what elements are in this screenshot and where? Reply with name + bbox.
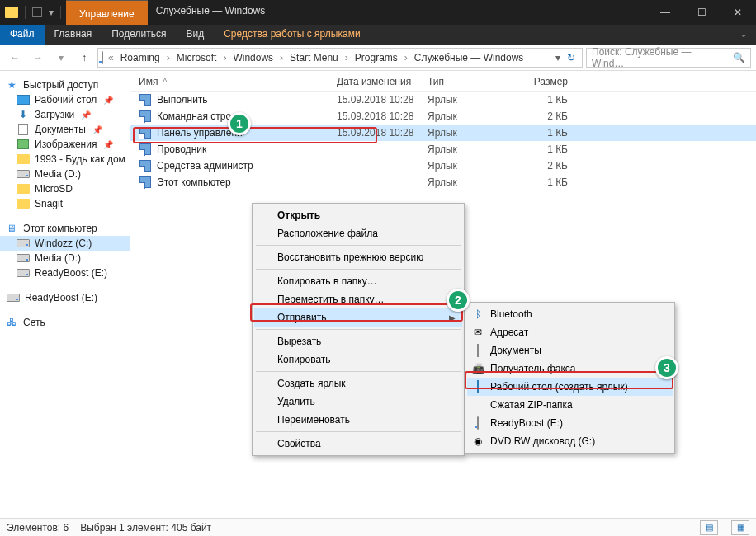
sendto-submenu[interactable]: ᛒBluetooth✉АдресатДокументы📠Получатель ф… — [465, 302, 675, 454]
menu-item[interactable]: Переместить в папку… — [254, 290, 462, 308]
nav-item[interactable]: ⬇Загрузки📌 — [0, 107, 130, 122]
crumb[interactable]: Microsoft — [175, 50, 219, 65]
col-date[interactable]: Дата изменения — [337, 76, 428, 87]
qat-dropdown-icon[interactable]: ▾ — [49, 7, 54, 18]
nav-group-quick-access: ★ Быстрый доступ Рабочий стол📌⬇Загрузки📌… — [0, 78, 130, 211]
file-row[interactable]: Панель управлени15.09.2018 10:28Ярлык1 К… — [130, 125, 756, 141]
search-icon[interactable]: 🔍 — [733, 52, 745, 63]
nav-item[interactable]: 1993 - Будь как дом — [0, 152, 130, 167]
menu-shortcut-tools[interactable]: Средства работы с ярлыками — [214, 25, 370, 45]
context-menu[interactable]: ОткрытьРасположение файлаВосстановить пр… — [252, 203, 465, 456]
menu-item[interactable]: Вырезать — [254, 332, 462, 350]
menu-item[interactable]: Расположение файла — [254, 224, 462, 242]
menu-item[interactable]: Переименовать — [254, 411, 462, 429]
address-bar[interactable]: « Roaming› Microsoft› Windows› Start Men… — [97, 48, 583, 68]
crumb[interactable]: Roaming — [119, 50, 162, 65]
pin-icon: 📌 — [92, 125, 102, 134]
nav-item[interactable]: Рабочий стол📌 — [0, 92, 130, 107]
fax-icon: 📠 — [471, 362, 484, 375]
menu-item[interactable]: Копировать в папку… — [254, 272, 462, 290]
sendto-item[interactable]: ◉DVD RW дисковод (G:) — [467, 432, 673, 450]
sendto-item[interactable]: Документы — [467, 341, 673, 360]
network-icon: 🖧 — [5, 317, 18, 328]
ribbon-context-label: Управление — [79, 8, 135, 20]
ribbon-context-tab[interactable]: Управление — [66, 0, 148, 25]
nav-item[interactable]: Изображения📌 — [0, 137, 130, 152]
sendto-item[interactable]: ReadyBoost (E:) — [467, 414, 673, 432]
menu-item-label: Копировать в папку… — [277, 275, 377, 287]
nav-item-label: Media (D:) — [35, 168, 81, 180]
qat-placeholder-icon[interactable] — [32, 7, 42, 17]
menu-item-label: Вырезать — [277, 336, 321, 347]
ribbon-expand-icon[interactable]: ⌄ — [731, 25, 756, 45]
nav-item[interactable]: ReadyBoost (E:) — [0, 266, 130, 280]
crumb[interactable]: Programs — [353, 50, 399, 65]
file-row[interactable]: ПроводникЯрлык1 КБ — [130, 141, 756, 158]
file-row[interactable]: Командная стро15.09.2018 10:28Ярлык2 КБ — [130, 108, 756, 125]
col-name[interactable]: Имя — [139, 76, 158, 87]
menu-item[interactable]: Удалить — [254, 393, 462, 411]
maximize-button[interactable]: ☐ — [683, 0, 720, 25]
back-button[interactable]: ← — [5, 48, 25, 68]
nav-quick-access[interactable]: ★ Быстрый доступ — [0, 78, 130, 92]
sendto-item[interactable]: Сжатая ZIP-папка — [467, 396, 673, 414]
menu-item[interactable]: Восстановить прежнюю версию — [254, 248, 462, 266]
column-headers[interactable]: Имя ^ Дата изменения Тип Размер — [130, 71, 756, 92]
minimize-button[interactable]: — — [647, 0, 683, 25]
menu-item[interactable]: Открыть — [254, 206, 462, 224]
file-row[interactable]: Этот компьютерЯрлык1 КБ — [130, 174, 756, 190]
crumb-leading-sep: « — [106, 52, 116, 63]
nav-item-label: MicroSD — [35, 183, 73, 195]
chevron-right-icon: › — [278, 52, 285, 63]
recent-dropdown[interactable]: ▾ — [51, 48, 71, 68]
menu-item[interactable]: Отправить▶ — [254, 308, 462, 327]
nav-item[interactable]: Документы📌 — [0, 122, 130, 137]
menu-item-label: Восстановить прежнюю версию — [277, 252, 423, 263]
menu-share[interactable]: Поделиться — [102, 25, 176, 45]
menu-item[interactable]: Копировать — [254, 350, 462, 369]
menu-view[interactable]: Вид — [176, 25, 214, 45]
nav-this-pc[interactable]: 🖥 Этот компьютер — [0, 221, 130, 236]
file-size: 1 КБ — [518, 94, 568, 106]
file-list[interactable]: Выполнить15.09.2018 10:28Ярлык1 КБКоманд… — [130, 92, 756, 190]
search-box[interactable]: Поиск: Служебные — Wind… 🔍 — [586, 48, 751, 68]
nav-item[interactable]: Media (D:) — [0, 251, 130, 266]
close-button[interactable]: ✕ — [720, 0, 756, 25]
menu-separator — [256, 371, 461, 372]
forward-button[interactable]: → — [28, 48, 48, 68]
address-dropdown-icon[interactable]: ▾ — [555, 52, 560, 63]
nav-network[interactable]: 🖧 Сеть — [0, 315, 130, 330]
nav-item[interactable]: MicroSD — [0, 181, 130, 196]
mail-icon: ✉ — [471, 326, 484, 339]
file-date: 15.09.2018 10:28 — [337, 127, 428, 139]
view-icons-button[interactable]: ▦ — [731, 520, 749, 535]
file-row[interactable]: Средства администрЯрлык2 КБ — [130, 158, 756, 174]
sendto-item[interactable]: ✉Адресат — [467, 323, 673, 341]
file-row[interactable]: Выполнить15.09.2018 10:28Ярлык1 КБ — [130, 92, 756, 108]
menu-file[interactable]: Файл — [0, 25, 45, 45]
sendto-item[interactable]: 📠Получатель факса — [467, 360, 673, 378]
nav-item[interactable]: Media (D:) — [0, 167, 130, 181]
nav-item[interactable]: Snagit — [0, 196, 130, 211]
nav-item[interactable]: ReadyBoost (E:) — [0, 290, 130, 305]
col-size[interactable]: Размер — [518, 76, 568, 87]
nav-item[interactable]: Windozz (C:) — [0, 236, 130, 251]
search-placeholder: Поиск: Служебные — Wind… — [592, 46, 723, 69]
col-type[interactable]: Тип — [428, 76, 518, 87]
crumb[interactable]: Windows — [231, 50, 275, 65]
sendto-item[interactable]: Рабочий стол (создать ярлык) — [467, 378, 673, 396]
zip-icon — [471, 398, 484, 411]
sendto-item[interactable]: ᛒBluetooth — [467, 305, 673, 323]
window-title: Служебные — Windows — [148, 0, 647, 25]
nav-item-label: Windozz (C:) — [35, 237, 92, 249]
up-button[interactable]: ↑ — [74, 48, 94, 68]
view-details-button[interactable]: ▤ — [700, 520, 718, 535]
crumb[interactable]: Start Menu — [288, 50, 340, 65]
menu-home[interactable]: Главная — [45, 25, 102, 45]
navigation-pane[interactable]: ★ Быстрый доступ Рабочий стол📌⬇Загрузки📌… — [0, 71, 130, 516]
menu-item[interactable]: Создать ярлык — [254, 374, 462, 393]
crumb[interactable]: Служебные — Windows — [413, 50, 526, 65]
annotation-badge-3: 3 — [655, 356, 678, 379]
refresh-icon[interactable]: ↻ — [564, 52, 579, 63]
menu-item[interactable]: Свойства — [254, 435, 462, 453]
